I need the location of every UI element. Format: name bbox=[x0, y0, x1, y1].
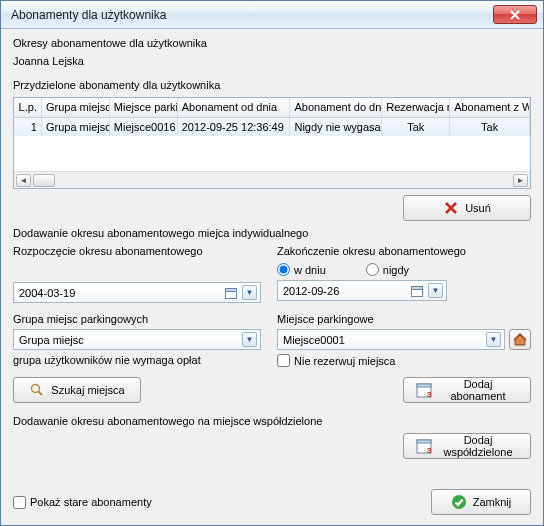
end-date-field[interactable]: 2012-09-26 ▼ bbox=[277, 280, 447, 301]
show-old-label: Pokaż stare abonamenty bbox=[30, 496, 152, 508]
titlebar: Abonamenty dla użytkownika bbox=[1, 1, 543, 29]
chevron-down-icon: ▼ bbox=[428, 283, 443, 298]
svg-rect-7 bbox=[417, 384, 431, 387]
cell-miejsce: Miejsce0016 bbox=[110, 118, 178, 136]
delete-label: Usuń bbox=[465, 202, 491, 214]
window-title: Abonamenty dla użytkownika bbox=[11, 8, 493, 22]
header-line1: Okresy abonamentowe dla użytkownika bbox=[13, 37, 531, 49]
col-miejsce-parkingowe[interactable]: Miejsce parki bbox=[110, 98, 178, 117]
add-shared-button[interactable]: 30 Dodaj współdzielone bbox=[403, 433, 531, 459]
col-abon-od[interactable]: Abonament od dnia bbox=[178, 98, 291, 117]
radio-on-day-input[interactable] bbox=[277, 263, 290, 276]
delete-icon bbox=[443, 200, 459, 216]
add-shared-label: Dodaj współdzielone bbox=[438, 434, 518, 458]
cell-grupa: Grupa miejsc bbox=[42, 118, 110, 136]
start-date-field[interactable]: 2004-03-19 ▼ bbox=[13, 282, 261, 303]
calendar-add-icon: 30 bbox=[416, 382, 432, 398]
calendar-icon bbox=[224, 286, 238, 300]
close-icon bbox=[509, 10, 521, 20]
search-place-label: Szukaj miejsca bbox=[51, 384, 124, 396]
svg-rect-10 bbox=[417, 440, 431, 443]
no-fee-note: grupa użytkowników nie wymaga opłat bbox=[13, 354, 261, 366]
assigned-grid: L.p. Grupa miejsc Miejsce parki Abonamen… bbox=[13, 97, 531, 189]
search-icon bbox=[29, 382, 45, 398]
end-label: Zakończenie okresu abonamentowego bbox=[277, 245, 531, 257]
window-close-button[interactable] bbox=[493, 5, 537, 24]
group-label: Grupa miejsc parkingowych bbox=[13, 313, 261, 325]
delete-button[interactable]: Usuń bbox=[403, 195, 531, 221]
group-combo[interactable]: Grupa miejsc ▼ bbox=[13, 329, 261, 350]
search-place-button[interactable]: Szukaj miejsca bbox=[13, 377, 141, 403]
start-date-value: 2004-03-19 bbox=[19, 287, 220, 299]
no-reserve-check-row[interactable]: Nie rezerwuj miejsca bbox=[277, 354, 531, 367]
svg-line-5 bbox=[39, 392, 43, 396]
col-abon-z[interactable]: Abonament z Wsp bbox=[450, 98, 530, 117]
calendar-add-icon: 30 bbox=[416, 438, 432, 454]
start-label: Rozpoczęcie okresu abonamentowego bbox=[13, 245, 261, 257]
table-row[interactable]: 1 Grupa miejsc Miejsce0016 2012-09-25 12… bbox=[14, 118, 530, 136]
chevron-down-icon: ▼ bbox=[242, 285, 257, 300]
svg-rect-3 bbox=[412, 286, 423, 289]
svg-point-4 bbox=[32, 385, 40, 393]
house-icon bbox=[513, 333, 527, 347]
no-reserve-label: Nie rezerwuj miejsca bbox=[294, 355, 395, 367]
chevron-down-icon: ▼ bbox=[486, 332, 501, 347]
col-abon-do[interactable]: Abonament do dn bbox=[290, 98, 382, 117]
grid-header: L.p. Grupa miejsc Miejsce parki Abonamen… bbox=[14, 98, 530, 118]
add-individual-title: Dodawanie okresu abonamentowego miejca i… bbox=[13, 227, 531, 239]
place-browse-button[interactable] bbox=[509, 329, 531, 350]
no-reserve-checkbox[interactable] bbox=[277, 354, 290, 367]
scroll-right-button[interactable]: ► bbox=[513, 174, 528, 187]
cell-abon-od: 2012-09-25 12:36:49 bbox=[178, 118, 291, 136]
header-username: Joanna Lejska bbox=[13, 55, 531, 67]
add-subscription-button[interactable]: 30 Dodaj abonament bbox=[403, 377, 531, 403]
cell-abon-do: Nigdy nie wygasa bbox=[290, 118, 382, 136]
scroll-left-button[interactable]: ◄ bbox=[16, 174, 31, 187]
grid-hscrollbar[interactable]: ◄ ► bbox=[14, 171, 530, 188]
col-lp[interactable]: L.p. bbox=[14, 98, 42, 117]
col-rezerwacja[interactable]: Rezerwacja r bbox=[382, 98, 450, 117]
group-value: Grupa miejsc bbox=[19, 334, 238, 346]
place-label: Miejsce parkingowe bbox=[277, 313, 531, 325]
chevron-down-icon: ▼ bbox=[242, 332, 257, 347]
add-shared-title: Dodawanie okresu abonamentowego na miejs… bbox=[13, 415, 531, 427]
show-old-row[interactable]: Pokaż stare abonamenty bbox=[13, 496, 152, 509]
radio-never[interactable]: nigdy bbox=[366, 263, 409, 276]
calendar-icon bbox=[410, 284, 424, 298]
svg-point-12 bbox=[452, 495, 466, 509]
cell-lp: 1 bbox=[14, 118, 42, 136]
radio-never-input[interactable] bbox=[366, 263, 379, 276]
check-icon bbox=[451, 494, 467, 510]
col-grupa-miejsc[interactable]: Grupa miejsc bbox=[42, 98, 110, 117]
cell-rezerwacja: Tak bbox=[382, 118, 450, 136]
place-combo[interactable]: Miejsce0001 ▼ bbox=[277, 329, 505, 350]
assigned-title: Przydzielone abonamenty dla użytkownika bbox=[13, 79, 531, 91]
close-label: Zamknij bbox=[473, 496, 512, 508]
end-date-value: 2012-09-26 bbox=[283, 285, 406, 297]
svg-text:30: 30 bbox=[427, 390, 432, 398]
close-button[interactable]: Zamknij bbox=[431, 489, 531, 515]
cell-abon-z: Tak bbox=[450, 118, 530, 136]
place-value: Miejsce0001 bbox=[283, 334, 482, 346]
scroll-thumb[interactable] bbox=[33, 174, 55, 187]
add-subscription-label: Dodaj abonament bbox=[438, 378, 518, 402]
svg-text:30: 30 bbox=[427, 446, 432, 454]
svg-rect-1 bbox=[226, 288, 237, 291]
show-old-checkbox[interactable] bbox=[13, 496, 26, 509]
radio-on-day[interactable]: w dniu bbox=[277, 263, 326, 276]
